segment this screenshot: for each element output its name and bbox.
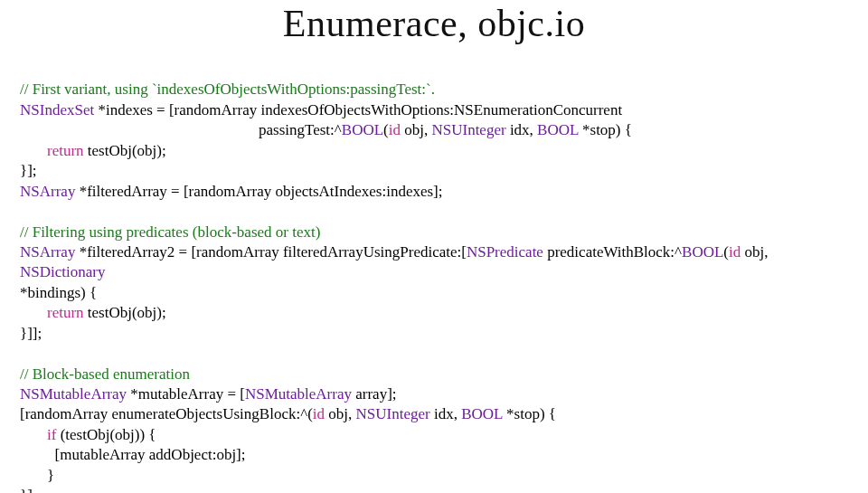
code-type: BOOL	[461, 405, 503, 422]
code-type: BOOL	[537, 121, 579, 138]
code-block: // First variant, using `indexesOfObject…	[20, 60, 848, 493]
code-text: *stop) {	[579, 121, 632, 138]
code-type: NSDictionary	[20, 263, 105, 280]
code-comment: // Filtering using predicates (block-bas…	[20, 223, 320, 241]
code-text: (testObj(obj)) {	[56, 426, 156, 443]
code-text: testObj(obj);	[84, 304, 166, 321]
code-text: [randomArray enumerateObjectsUsingBlock:…	[20, 405, 313, 422]
code-text: }]];	[20, 325, 42, 342]
slide-title: Enumerace, objc.io	[20, 2, 848, 45]
code-type: BOOL	[682, 243, 723, 261]
slide-body: Enumerace, objc.io // First variant, usi…	[0, 2, 868, 493]
code-type: NSIndexSet	[20, 101, 94, 119]
code-text: array];	[352, 385, 397, 403]
code-text: *bindings) {	[20, 284, 97, 301]
code-text: *indexes = [randomArray indexesOfObjects…	[94, 101, 622, 119]
code-type: NSMutableArray	[20, 385, 127, 403]
code-line-indent: if (testObj(obj)) {	[20, 425, 156, 445]
code-line-indent: [mutableArray addObject:obj];	[20, 445, 246, 465]
code-type: NSPredicate	[467, 243, 543, 261]
code-text: [mutableArray addObject:obj];	[55, 446, 246, 463]
code-type: NSUInteger	[431, 121, 505, 138]
code-keyword: id	[729, 243, 741, 261]
code-text: obj,	[401, 121, 431, 138]
code-keyword: if	[47, 426, 56, 443]
code-text: testObj(obj);	[84, 142, 166, 159]
code-text: }	[47, 467, 54, 484]
code-keyword: id	[389, 121, 401, 138]
code-text: obj,	[325, 405, 355, 422]
code-text: *stop) {	[503, 405, 556, 422]
code-text: *filteredArray2 = [randomArray filteredA…	[75, 243, 467, 261]
code-text: idx,	[430, 405, 461, 422]
code-text: *filteredArray = [randomArray objectsAtI…	[75, 183, 442, 200]
code-keyword: return	[47, 142, 84, 159]
code-comment: // First variant, using `indexesOfObject…	[20, 81, 435, 98]
code-line-indent: }	[20, 466, 54, 486]
code-type: BOOL	[342, 121, 383, 138]
code-keyword: return	[47, 304, 84, 321]
code-comment: // Block-based enumeration	[20, 365, 190, 383]
code-type: NSMutableArray	[245, 385, 352, 403]
code-text: passingTest:^	[259, 121, 342, 138]
code-line-indent: passingTest:^BOOL(id obj, NSUInteger idx…	[20, 120, 632, 140]
code-text: }];	[20, 162, 37, 179]
code-text: idx,	[506, 121, 537, 138]
code-text: predicateWithBlock:^	[543, 243, 682, 261]
code-line-indent: return testObj(obj);	[20, 303, 166, 323]
code-text: }];	[20, 487, 37, 493]
code-type: NSUInteger	[356, 405, 430, 422]
code-keyword: id	[313, 405, 325, 422]
code-text: *mutableArray = [	[127, 385, 245, 403]
code-line-indent: return testObj(obj);	[20, 141, 166, 161]
code-type: NSArray	[20, 183, 75, 200]
code-type: NSArray	[20, 243, 75, 261]
code-text: obj,	[741, 243, 771, 261]
